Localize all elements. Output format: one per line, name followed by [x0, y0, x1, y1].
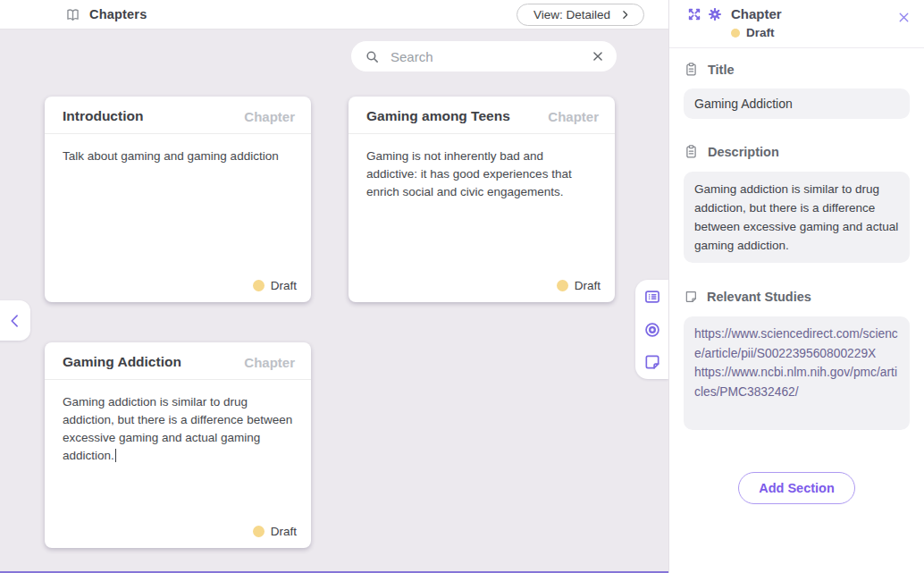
card-body-text: Gaming is not inherently bad and addicti… [366, 149, 572, 198]
topbar: Chapters View: Detailed [0, 0, 668, 29]
card-title: Introduction [63, 108, 143, 124]
clear-search-icon[interactable] [592, 50, 604, 63]
study-link[interactable]: https://www.sciencedirect.com/science/ar… [694, 324, 899, 363]
panel-header-left: Chapter Draft [687, 6, 782, 39]
card-body[interactable]: Gaming is not inherently bad and addicti… [349, 134, 615, 201]
main-area: Chapters View: Detailed [0, 0, 668, 573]
section-label-text: Relevant Studies [707, 290, 811, 304]
chapter-card-gaming-addiction[interactable]: Gaming Addiction Chapter Gaming addictio… [45, 342, 311, 548]
description-section-label: Description [684, 144, 910, 159]
status-label: Draft [746, 26, 775, 39]
card-body[interactable]: Gaming addiction is similar to drug addi… [45, 380, 311, 465]
status-label: Draft [271, 279, 297, 292]
expand-icon[interactable] [687, 7, 701, 21]
panel-type-label: Chapter [731, 6, 782, 21]
card-title: Gaming among Teens [366, 108, 510, 124]
studies-section-label: Relevant Studies [684, 290, 910, 304]
status-label: Draft [271, 525, 297, 538]
detail-panel: Chapter Draft Title [668, 0, 924, 573]
chevron-right-icon [619, 9, 631, 21]
draft-status-dot [731, 29, 740, 38]
card-type-label: Chapter [548, 109, 599, 124]
note-icon [684, 290, 698, 304]
chapter-card-gaming-among-teens[interactable]: Gaming among Teens Chapter Gaming is not… [349, 97, 615, 302]
close-icon[interactable] [896, 10, 911, 26]
search-bar [351, 41, 617, 72]
draft-status-dot [253, 526, 265, 537]
section-label-text: Title [708, 63, 735, 77]
draft-status-dot [253, 280, 265, 291]
book-icon [64, 6, 81, 23]
target-icon[interactable] [643, 321, 661, 339]
card-status: Draft [253, 525, 297, 538]
description-textarea[interactable]: Gaming addiction is similar to drug addi… [684, 172, 910, 263]
chapter-card-introduction[interactable]: Introduction Chapter Talk about gaming a… [45, 97, 311, 302]
title-input[interactable] [684, 88, 910, 119]
clipboard-icon [684, 62, 699, 77]
section-label-text: Description [708, 145, 779, 159]
card-body-text: Gaming addiction is similar to drug addi… [63, 395, 292, 462]
list-details-icon[interactable] [643, 288, 661, 306]
detail-panel-header: Chapter Draft [669, 0, 924, 48]
card-header: Gaming among Teens Chapter [349, 97, 615, 134]
card-status: Draft [253, 279, 297, 292]
app-root: Chapters View: Detailed [0, 0, 924, 573]
view-mode-label: View: Detailed [533, 8, 610, 21]
card-status: Draft [557, 279, 601, 292]
card-type-label: Chapter [244, 355, 295, 370]
gear-icon[interactable] [708, 7, 722, 21]
add-section-wrapper: Add Section [684, 472, 910, 504]
search-input[interactable] [391, 49, 592, 64]
card-title: Gaming Addiction [63, 354, 181, 370]
title-section-label: Title [684, 62, 910, 77]
clipboard-icon [684, 144, 699, 159]
add-section-button[interactable]: Add Section [738, 472, 855, 504]
page-title: Chapters [89, 7, 147, 21]
card-header: Gaming Addiction Chapter [45, 342, 311, 380]
chevron-left-icon [6, 312, 24, 330]
card-header: Introduction Chapter [45, 97, 311, 134]
board-area: Introduction Chapter Talk about gaming a… [0, 29, 668, 573]
status-label: Draft [575, 279, 601, 292]
view-mode-button[interactable]: View: Detailed [517, 4, 644, 26]
note-icon[interactable] [643, 353, 661, 371]
draft-status-dot [557, 280, 568, 291]
search-icon [365, 49, 380, 64]
collapse-left-button[interactable] [0, 300, 30, 341]
card-type-label: Chapter [244, 109, 295, 124]
panel-status: Draft [731, 26, 782, 39]
study-link[interactable]: https://www.ncbi.nlm.nih.gov/pmc/article… [694, 363, 899, 401]
page-header: Chapters [64, 6, 147, 23]
text-cursor [115, 449, 117, 462]
card-body-text: Talk about gaming and gaming addiction [63, 149, 279, 163]
relevant-studies-box[interactable]: https://www.sciencedirect.com/science/ar… [684, 316, 910, 430]
side-toolbar [635, 280, 668, 379]
card-body[interactable]: Talk about gaming and gaming addiction [45, 134, 311, 165]
